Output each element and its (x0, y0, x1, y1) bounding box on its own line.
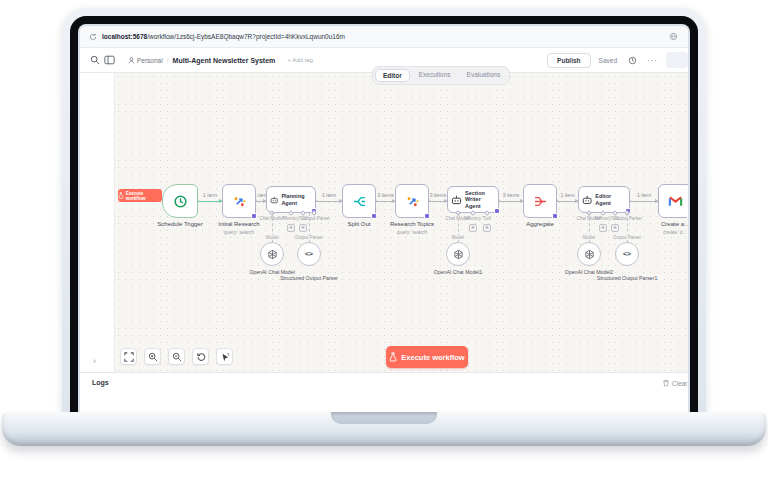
robot-icon (451, 195, 462, 205)
logs-panel-header[interactable]: Logs Clear execution (80, 372, 688, 392)
undo-button[interactable] (192, 348, 209, 365)
reload-icon[interactable] (88, 32, 97, 41)
browser-extension-icon[interactable] (666, 30, 680, 44)
node-sublabel: query: search (224, 229, 254, 235)
port-label-output-parser: Output Parser (614, 216, 642, 221)
output-parser-port-label: Output Parser (294, 235, 324, 240)
node-sublabel: query: search (397, 229, 427, 235)
laptop-bezel: localhost:5678/workflow/1zs6cj-EybsAE8Qb… (70, 16, 698, 412)
output-parser-port-label: Output Parser (612, 235, 642, 240)
connection[interactable]: 1 item (557, 201, 578, 202)
node-gmail-create-draft[interactable] (658, 184, 688, 218)
connection-label: 1 item (203, 192, 217, 198)
fit-view-button[interactable] (120, 348, 137, 365)
port-label-memory: Memory (595, 216, 611, 221)
add-tag-button[interactable]: + Add tag (287, 57, 313, 63)
node-research-topics[interactable] (395, 184, 429, 218)
node-section-writer-agent[interactable]: Section Writer Agent (447, 186, 499, 213)
breadcrumb-separator: / (167, 57, 169, 64)
add-tool-button[interactable]: + (611, 224, 619, 232)
clock-icon (173, 194, 188, 209)
node-initial-research[interactable] (222, 184, 256, 218)
sidebar-expand-chevron[interactable]: › (93, 356, 96, 366)
saved-status: Saved (599, 57, 617, 64)
connection[interactable]: 3 items (499, 201, 523, 202)
workflow-canvas[interactable]: Execute workflow 1 item 1 item 1 item 3 … (115, 73, 688, 372)
subnode-openai-chat-model2[interactable] (577, 242, 601, 266)
tidy-up-pointer-button[interactable] (216, 348, 233, 365)
aggregate-icon (534, 195, 547, 208)
screen-padding (80, 392, 688, 410)
tab-evaluations[interactable]: Evaluations (460, 69, 508, 82)
parser-icon: <> (623, 250, 631, 258)
model-port-label: Model (582, 235, 596, 240)
connection[interactable]: 1 item (256, 201, 266, 202)
execute-workflow-button[interactable]: Execute workflow (386, 346, 468, 368)
pin-badge (251, 213, 257, 219)
node-label: Schedule Trigger (157, 221, 202, 227)
add-tool-button[interactable]: + (299, 224, 307, 232)
node-split-out[interactable] (342, 184, 376, 218)
pin-badge (371, 213, 377, 219)
url-text[interactable]: localhost:5678/workflow/1zs6cj-EybsAE8Qb… (102, 33, 345, 40)
subnode-label: Structured Output Parser (280, 275, 338, 281)
port-label-tool: Tool (483, 216, 491, 221)
connection[interactable]: 1 item (316, 201, 342, 202)
person-icon (128, 57, 135, 64)
workflow-title[interactable]: Multi-Agent Newsletter System (173, 57, 276, 64)
model-port-label: Model (451, 235, 465, 240)
port-label-memory: Memory (465, 216, 481, 221)
subnode-openai-chat-model[interactable] (260, 242, 284, 266)
add-memory-button[interactable]: + (287, 224, 295, 232)
page: localhost:5678/workflow/1zs6cj-EybsAE8Qb… (0, 0, 768, 484)
node-schedule-trigger[interactable] (162, 184, 198, 218)
subnode-structured-output-parser[interactable]: <> (297, 242, 321, 266)
node-editor-agent[interactable]: Editor Agent (578, 186, 630, 213)
laptop-lid: localhost:5678/workflow/1zs6cj-EybsAE8Qb… (62, 8, 706, 412)
history-icon[interactable] (625, 53, 639, 67)
node-aggregate[interactable] (523, 184, 557, 218)
browser-url-bar[interactable]: localhost:5678/workflow/1zs6cj-EybsAE8Qb… (80, 26, 688, 48)
subnode-openai-chat-model1[interactable] (446, 242, 470, 266)
pin-badge (552, 213, 558, 219)
search-icon[interactable] (88, 53, 102, 67)
split-out-icon (353, 195, 366, 208)
breadcrumb-project[interactable]: Personal (128, 57, 163, 64)
zoom-in-button[interactable] (144, 348, 161, 365)
flask-icon (118, 192, 124, 199)
connection[interactable]: 3 items (429, 201, 447, 202)
connection[interactable]: 1 item (198, 201, 222, 202)
connection-label: 1 item (560, 192, 574, 198)
add-memory-button[interactable]: + (469, 224, 477, 232)
tab-executions[interactable]: Executions (412, 69, 458, 82)
subnode-structured-output-parser1[interactable]: <> (615, 242, 639, 266)
panel-toggle-icon[interactable] (102, 53, 116, 67)
connection[interactable]: 3 items (376, 201, 395, 202)
model-port-label: Model (265, 235, 279, 240)
research-icon (233, 195, 246, 208)
canvas-controls (120, 348, 233, 365)
breadcrumb: Personal / Multi-Agent Newsletter System… (128, 57, 313, 64)
zoom-out-button[interactable] (168, 348, 185, 365)
pin-badge (687, 213, 688, 219)
publish-button[interactable]: Publish (547, 53, 590, 68)
openai-icon (267, 249, 278, 260)
tab-editor[interactable]: Editor (375, 69, 410, 82)
connection[interactable]: 1 item (630, 201, 658, 202)
connection-label: 3 items (503, 192, 520, 198)
more-options-button[interactable]: ··· (647, 56, 658, 65)
app-body: › Execute workflow 1 item 1 item 1 i (80, 73, 688, 372)
laptop-notch (331, 412, 437, 424)
add-tool-button[interactable]: + (483, 224, 491, 232)
connection-label: 3 items (377, 192, 394, 198)
clear-execution-button[interactable]: Clear execution (662, 379, 688, 387)
right-panel-button[interactable] (666, 52, 688, 68)
connection-label: 1 item (637, 192, 651, 198)
execute-workflow-badge[interactable]: Execute workflow (118, 189, 162, 202)
node-label: Research Topics (390, 221, 434, 227)
connection-label: 3 items (430, 192, 447, 198)
openai-icon (453, 249, 464, 260)
node-planning-agent[interactable]: Planning Agent (266, 186, 316, 213)
add-memory-button[interactable]: + (599, 224, 607, 232)
node-label: Initial Research (218, 221, 259, 227)
